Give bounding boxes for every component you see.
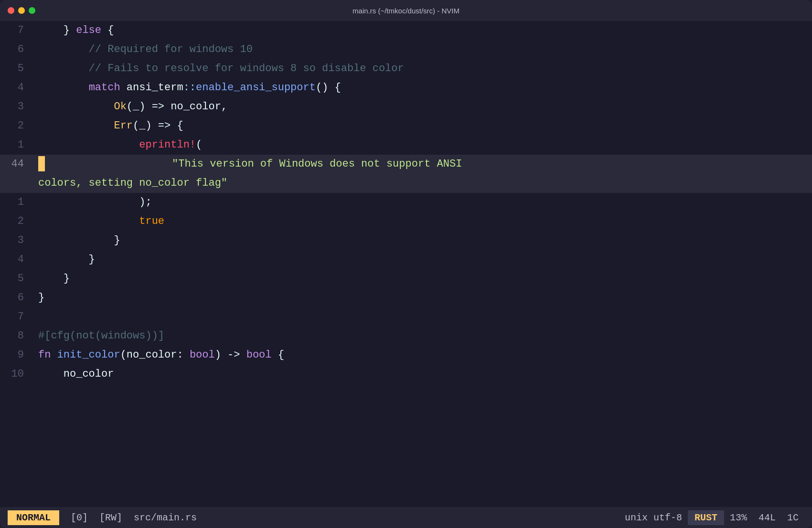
line-content: no_color [33,365,812,384]
line-number: 9 [0,346,33,365]
statusbar: NORMAL [0] [RW] src/main.rs unix utf-8 R… [0,507,812,528]
line-content: Ok(_) => no_color, [33,97,812,116]
line-number: 3 [0,231,33,250]
window-title: main.rs (~/tmkoc/dust/src) - NVIM [353,7,459,15]
line-content: fn init_color(no_color: bool) -> bool { [33,346,812,365]
code-line: 9 fn init_color(no_color: bool) -> bool … [0,346,812,365]
line-content: "This version of Windows does not suppor… [33,155,812,174]
line-number: 10 [0,365,33,384]
code-line: 3 Ok(_) => no_color, [0,97,812,116]
code-line: 8 #[cfg(not(windows))] [0,327,812,346]
code-line: 7 [0,307,812,327]
code-line: 3 } [0,231,812,250]
line-number: 1 [0,193,33,212]
minimize-button[interactable] [18,7,25,14]
line-number: 2 [0,212,33,231]
code-line: 2 Err(_) => { [0,116,812,136]
line-content [33,307,812,327]
line-content: } else { [33,21,812,40]
code-line: 4 } [0,250,812,269]
titlebar: main.rs (~/tmkoc/dust/src) - NVIM [0,0,812,21]
line-content: Err(_) => { [33,116,812,136]
percent: 13% [724,512,753,523]
column: 1C [781,512,804,523]
code-line: 1 ); [0,193,812,212]
continuation-line: colors, setting no_color flag" [0,174,812,193]
code-line: 6 } [0,288,812,307]
filename: src/main.rs [128,512,203,523]
line-number: 3 [0,97,33,116]
line-content: ); [33,193,812,212]
line-number: 7 [0,21,33,40]
line-number: 8 [0,327,33,346]
code-line: 4 match ansi_term::enable_ansi_support()… [0,78,812,97]
code-line: 10 no_color [0,365,812,384]
line-content: } [33,250,812,269]
code-line: 1 eprintln!( [0,136,812,155]
continuation-content: colors, setting no_color flag" [0,174,227,193]
maximize-button[interactable] [29,7,35,14]
line-number: 5 [0,59,33,78]
rw-status: [RW] [94,512,128,523]
code-content: 7 } else { 6 // Required for windows 10 … [0,21,812,507]
line-number: 2 [0,116,33,136]
line-content: #[cfg(not(windows))] [33,327,812,346]
line-content: } [33,288,812,307]
line-content: true [33,212,812,231]
line-number: 1 [0,136,33,155]
code-line: 6 // Required for windows 10 [0,40,812,59]
encoding: unix utf-8 [619,512,688,523]
line-content: } [33,269,812,288]
code-line: 5 // Fails to resolve for windows 8 so d… [0,59,812,78]
code-line: 5 } [0,269,812,288]
line-number: 5 [0,269,33,288]
code-line: 2 true [0,212,812,231]
filetype: RUST [688,510,724,525]
current-code-line: 44 "This version of Windows does not sup… [0,155,812,174]
cursor [38,156,45,171]
line-content: } [33,231,812,250]
line-content: // Fails to resolve for windows 8 so dis… [33,59,812,78]
line-number: 7 [0,307,33,327]
line-content: eprintln!( [33,136,812,155]
line-count: 44L [753,512,781,523]
line-number: 44 [0,155,33,174]
line-content: match ansi_term::enable_ansi_support() { [33,78,812,97]
mode-indicator: NORMAL [8,510,59,525]
close-button[interactable] [8,7,14,14]
editor-area[interactable]: 7 } else { 6 // Required for windows 10 … [0,21,812,507]
editor-window: main.rs (~/tmkoc/dust/src) - NVIM 7 } el… [0,0,812,528]
code-line: 7 } else { [0,21,812,40]
traffic-lights [8,7,35,14]
git-status: [0] [65,512,94,523]
line-number: 6 [0,40,33,59]
line-number: 4 [0,250,33,269]
line-number: 4 [0,78,33,97]
line-number: 6 [0,288,33,307]
line-content: // Required for windows 10 [33,40,812,59]
